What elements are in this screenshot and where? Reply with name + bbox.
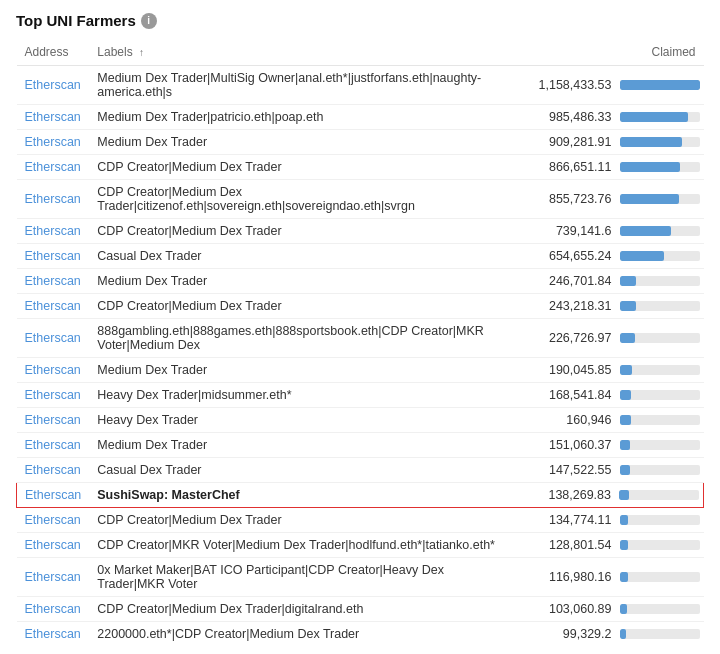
table-row: Etherscan2200000.eth*|CDP Creator|Medium… (17, 622, 704, 647)
cell-labels: Heavy Dex Trader (89, 408, 513, 433)
bar-fill (620, 540, 629, 550)
etherscan-link[interactable]: Etherscan (25, 192, 81, 206)
sort-arrow-icon[interactable]: ↑ (139, 47, 144, 58)
bar-container (620, 333, 700, 343)
table-row: EtherscanMedium Dex Trader246,701.84 (17, 269, 704, 294)
cell-labels: Medium Dex Trader|MultiSig Owner|anal.et… (89, 66, 513, 105)
cell-address[interactable]: Etherscan (17, 294, 90, 319)
etherscan-link[interactable]: Etherscan (25, 513, 81, 527)
etherscan-link[interactable]: Etherscan (25, 135, 81, 149)
etherscan-link[interactable]: Etherscan (25, 388, 81, 402)
cell-address[interactable]: Etherscan (17, 269, 90, 294)
amount-value: 151,060.37 (522, 438, 612, 452)
etherscan-link[interactable]: Etherscan (25, 331, 81, 345)
table-body: EtherscanMedium Dex Trader|MultiSig Owne… (17, 66, 704, 647)
cell-claimed: 243,218.31 (513, 294, 704, 319)
etherscan-link[interactable]: Etherscan (25, 463, 81, 477)
cell-address[interactable]: Etherscan (17, 458, 90, 483)
etherscan-link[interactable]: Etherscan (25, 538, 81, 552)
bar-container (620, 515, 700, 525)
etherscan-link[interactable]: Etherscan (25, 78, 81, 92)
table-row: EtherscanHeavy Dex Trader|midsummer.eth*… (17, 383, 704, 408)
etherscan-link[interactable]: Etherscan (25, 224, 81, 238)
table-row: Etherscan0x Market Maker|BAT ICO Partici… (17, 558, 704, 597)
bar-container (620, 301, 700, 311)
cell-claimed: 909,281.91 (513, 130, 704, 155)
cell-address[interactable]: Etherscan (17, 180, 90, 219)
cell-claimed: 985,486.33 (513, 105, 704, 130)
cell-address[interactable]: Etherscan (17, 244, 90, 269)
amount-value: 134,774.11 (522, 513, 612, 527)
etherscan-link[interactable]: Etherscan (25, 363, 81, 377)
cell-address[interactable]: Etherscan (17, 533, 90, 558)
cell-address[interactable]: Etherscan (17, 508, 90, 533)
cell-labels: Casual Dex Trader (89, 458, 513, 483)
cell-labels: CDP Creator|Medium Dex Trader|digitalran… (89, 597, 513, 622)
table-row: EtherscanMedium Dex Trader909,281.91 (17, 130, 704, 155)
cell-address[interactable]: Etherscan (17, 66, 90, 105)
table-row: EtherscanMedium Dex Trader|MultiSig Owne… (17, 66, 704, 105)
bar-fill (620, 365, 633, 375)
cell-labels: Medium Dex Trader (89, 433, 513, 458)
cell-claimed: 654,655.24 (513, 244, 704, 269)
etherscan-link[interactable]: Etherscan (25, 413, 81, 427)
etherscan-link[interactable]: Etherscan (25, 110, 81, 124)
amount-value: 147,522.55 (522, 463, 612, 477)
cell-address[interactable]: Etherscan (17, 433, 90, 458)
cell-address[interactable]: Etherscan (17, 105, 90, 130)
cell-labels: Medium Dex Trader (89, 130, 513, 155)
amount-value: 103,060.89 (522, 602, 612, 616)
cell-address[interactable]: Etherscan (17, 408, 90, 433)
etherscan-link[interactable]: Etherscan (25, 570, 81, 584)
bar-container (620, 440, 700, 450)
etherscan-link[interactable]: Etherscan (25, 274, 81, 288)
bar-container (620, 390, 700, 400)
cell-address[interactable]: Etherscan (17, 219, 90, 244)
cell-labels: CDP Creator|Medium Dex Trader (89, 219, 513, 244)
cell-address[interactable]: Etherscan (17, 358, 90, 383)
cell-address[interactable]: Etherscan (17, 383, 90, 408)
cell-claimed: 151,060.37 (513, 433, 704, 458)
cell-address[interactable]: Etherscan (17, 558, 90, 597)
amount-value: 909,281.91 (522, 135, 612, 149)
bar-container (620, 415, 700, 425)
info-icon[interactable]: i (141, 13, 157, 29)
cell-claimed: 128,801.54 (513, 533, 704, 558)
cell-address[interactable]: Etherscan (17, 155, 90, 180)
cell-address[interactable]: Etherscan (17, 319, 90, 358)
bar-fill (620, 572, 628, 582)
etherscan-link[interactable]: Etherscan (25, 627, 81, 641)
cell-claimed: 160,946 (513, 408, 704, 433)
etherscan-link[interactable]: Etherscan (25, 160, 81, 174)
etherscan-link[interactable]: Etherscan (25, 488, 81, 502)
col-header-labels: Labels ↑ (89, 39, 513, 66)
amount-value: 1,158,433.53 (522, 78, 612, 92)
cell-claimed: 134,774.11 (513, 508, 704, 533)
amount-value: 99,329.2 (522, 627, 612, 641)
bar-container (620, 365, 700, 375)
table-row: EtherscanCDP Creator|Medium Dex Trader86… (17, 155, 704, 180)
cell-claimed: 103,060.89 (513, 597, 704, 622)
etherscan-link[interactable]: Etherscan (25, 438, 81, 452)
amount-value: 168,541.84 (522, 388, 612, 402)
bar-fill (620, 629, 626, 639)
bar-fill (620, 276, 637, 286)
cell-address[interactable]: Etherscan (17, 483, 90, 508)
etherscan-link[interactable]: Etherscan (25, 249, 81, 263)
cell-address[interactable]: Etherscan (17, 622, 90, 647)
table-row: EtherscanMedium Dex Trader190,045.85 (17, 358, 704, 383)
bar-container (620, 572, 700, 582)
bar-fill (620, 226, 671, 236)
amount-value: 243,218.31 (522, 299, 612, 313)
table-row: EtherscanCDP Creator|Medium Dex Trader|d… (17, 597, 704, 622)
etherscan-link[interactable]: Etherscan (25, 299, 81, 313)
bar-fill (620, 390, 631, 400)
etherscan-link[interactable]: Etherscan (25, 602, 81, 616)
cell-address[interactable]: Etherscan (17, 130, 90, 155)
bar-fill (620, 251, 665, 261)
cell-address[interactable]: Etherscan (17, 597, 90, 622)
cell-labels: 2200000.eth*|CDP Creator|Medium Dex Trad… (89, 622, 513, 647)
table-wrapper: Address Labels ↑ Claimed EtherscanMedium… (16, 39, 704, 646)
bar-container (620, 162, 700, 172)
amount-value: 866,651.11 (522, 160, 612, 174)
